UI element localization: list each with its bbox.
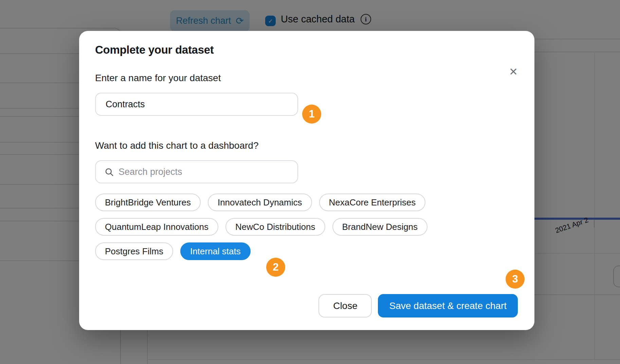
project-search-box[interactable] bbox=[95, 160, 298, 183]
project-chip-nexacore-enterprises[interactable]: NexaCore Enterprises bbox=[319, 194, 426, 211]
complete-dataset-modal: ✕ Complete your dataset Enter a name for… bbox=[79, 31, 534, 330]
project-chip-innovatech-dynamics[interactable]: Innovatech Dynamics bbox=[208, 194, 312, 211]
project-chip-row: QuantumLeap InnovationsNewCo Distributio… bbox=[95, 218, 518, 236]
dataset-name-input[interactable] bbox=[95, 93, 298, 116]
project-chip-brightbridge-ventures[interactable]: BrightBridge Ventures bbox=[95, 194, 201, 211]
project-search-input[interactable] bbox=[118, 167, 291, 177]
project-chip-newco-distributions[interactable]: NewCo Distributions bbox=[225, 218, 325, 236]
close-button[interactable]: Close bbox=[318, 294, 372, 317]
search-icon bbox=[105, 167, 114, 177]
project-chip-brandnew-designs[interactable]: BrandNew Designs bbox=[332, 218, 428, 236]
project-chip-quantumleap-innovations[interactable]: QuantumLeap Innovations bbox=[95, 218, 218, 236]
step-badge-3: 3 bbox=[506, 270, 525, 289]
dashboard-question-label: Want to add this chart to a dashboard? bbox=[95, 140, 518, 151]
step-badge-1: 1 bbox=[302, 105, 321, 124]
project-chip-internal-stats[interactable]: Internal stats bbox=[180, 242, 251, 260]
project-chip-row: Postgres FilmsInternal stats bbox=[95, 242, 518, 260]
save-dataset-create-chart-button[interactable]: Save dataset & create chart bbox=[378, 294, 518, 317]
project-chip-postgres-films[interactable]: Postgres Films bbox=[95, 242, 173, 260]
step-badge-2: 2 bbox=[266, 258, 285, 277]
project-chip-row: BrightBridge VenturesInnovatech Dynamics… bbox=[95, 194, 518, 211]
modal-footer: Close Save dataset & create chart bbox=[318, 294, 518, 317]
modal-title: Complete your dataset bbox=[95, 31, 518, 56]
close-icon[interactable]: ✕ bbox=[506, 64, 521, 79]
dataset-name-label: Enter a name for your dataset bbox=[95, 73, 518, 84]
project-chip-list: BrightBridge VenturesInnovatech Dynamics… bbox=[95, 194, 518, 260]
